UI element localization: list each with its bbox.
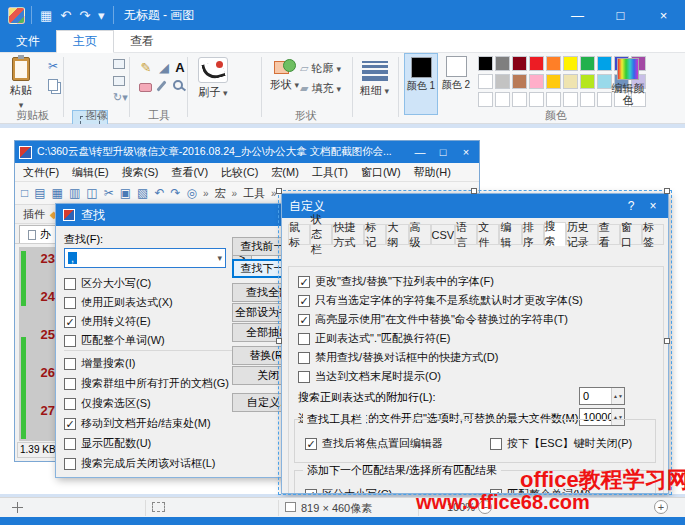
combo-dropdown-icon[interactable]: ▾ xyxy=(217,253,222,263)
checkbox-option[interactable]: ✓只有当选定字体的字符集不是系统默认时才更改字体(S) xyxy=(298,293,583,308)
cut-icon[interactable]: ✂ xyxy=(48,59,58,73)
color-picker-icon[interactable] xyxy=(156,80,166,91)
close-button[interactable]: × xyxy=(642,0,685,30)
customize-tab[interactable]: 搜索 xyxy=(544,222,566,246)
spinner-arrows-icon[interactable]: ▲▼ xyxy=(611,388,624,404)
shapes-button[interactable]: 形状 ▾ xyxy=(270,59,299,92)
paste-icon[interactable]: ▧ xyxy=(137,186,148,200)
editor-menu-item[interactable]: 帮助(H) xyxy=(414,165,451,180)
palette-swatch-empty[interactable] xyxy=(546,92,561,107)
new-file-icon[interactable]: □ xyxy=(21,186,28,200)
customize-tab[interactable]: 高级 xyxy=(409,224,431,245)
editor-menu-item[interactable]: 查看(V) xyxy=(171,165,208,180)
editor-minimize-button[interactable]: — xyxy=(411,146,429,158)
tab-view[interactable]: 查看 xyxy=(114,30,170,52)
palette-swatch[interactable] xyxy=(512,56,527,71)
print-preview-icon[interactable]: ◫ xyxy=(86,186,97,200)
plugin-label[interactable]: 插件 xyxy=(23,207,45,222)
selection-handle[interactable] xyxy=(276,188,282,194)
copy-icon[interactable] xyxy=(48,79,58,91)
customize-tab[interactable]: 文件 xyxy=(477,224,499,245)
checkbox-option[interactable]: 当达到文档末尾时提示(O) xyxy=(298,369,441,384)
find-icon[interactable]: ◎ xyxy=(187,186,197,200)
checkbox-option[interactable]: 搜索完成后关闭该对话框(L) xyxy=(64,456,215,471)
checkbox-option[interactable]: 增量搜索(I) xyxy=(64,356,135,371)
customize-tab[interactable]: 状态栏 xyxy=(310,224,332,245)
text-tool-icon[interactable]: A xyxy=(172,59,188,75)
customize-help-button[interactable]: ? xyxy=(623,199,639,213)
customize-tab[interactable]: 大纲 xyxy=(386,224,408,245)
find-what-combobox[interactable]: , ▾ xyxy=(64,248,226,268)
customize-tab[interactable]: 快捷方式 xyxy=(332,224,364,245)
editor-menu-item[interactable]: 编辑(E) xyxy=(72,165,109,180)
undo-icon[interactable]: ↶ xyxy=(60,9,71,22)
customize-close-button[interactable]: × xyxy=(645,199,661,213)
palette-swatch[interactable] xyxy=(495,56,510,71)
save-icon[interactable]: ▦ xyxy=(52,186,63,200)
toolbar-overflow-icon[interactable]: » xyxy=(232,188,238,199)
palette-swatch-empty[interactable] xyxy=(495,92,510,107)
checkbox-option[interactable]: 正则表达式"."匹配换行符(E) xyxy=(298,331,451,346)
checkbox-option[interactable]: 禁用查找/替换对话框中的快捷方式(D) xyxy=(298,350,498,365)
palette-swatch[interactable] xyxy=(529,56,544,71)
crop-icon[interactable] xyxy=(113,59,125,69)
palette-swatch-empty[interactable] xyxy=(478,92,493,107)
editor-menu-item[interactable]: 搜索(S) xyxy=(122,165,159,180)
editor-close-button[interactable]: × xyxy=(457,146,475,158)
palette-swatch-empty[interactable] xyxy=(580,92,595,107)
rotate-icon[interactable]: ↻▾ xyxy=(113,91,128,104)
undo-icon[interactable]: ↶ xyxy=(154,186,164,200)
customize-tab[interactable]: 标记 xyxy=(364,224,386,245)
tab-home[interactable]: 主页 xyxy=(56,30,114,53)
palette-swatch[interactable] xyxy=(478,74,493,89)
customize-tab[interactable]: 语言 xyxy=(455,224,477,245)
customize-tab[interactable]: 排序 xyxy=(522,224,544,245)
tools-toolbar-label[interactable]: 工具 xyxy=(243,186,265,201)
editor-menu-item[interactable]: 工具(T) xyxy=(312,165,348,180)
selection-handle[interactable] xyxy=(664,338,670,344)
edit-colors-button[interactable]: 编辑颜色 xyxy=(608,58,648,106)
palette-swatch[interactable] xyxy=(512,74,527,89)
checkbox-option[interactable]: ✓使用转义符(E) xyxy=(64,314,151,329)
resize-icon[interactable] xyxy=(113,76,125,86)
print-icon[interactable]: ▥ xyxy=(69,186,80,200)
color1-button[interactable]: 颜色 1 xyxy=(404,53,438,115)
outline-button[interactable]: ▱ 轮廓 ▾ xyxy=(300,61,341,76)
palette-swatch[interactable] xyxy=(580,74,595,89)
redo-icon[interactable]: ↷ xyxy=(79,9,90,22)
customize-tab[interactable]: 历史记录 xyxy=(566,224,598,245)
checkbox-option[interactable]: 搜索群组中所有打开的文档(G) xyxy=(64,376,229,391)
customize-tab[interactable]: 窗口 xyxy=(620,224,642,245)
size-button[interactable]: 粗细 ▾ xyxy=(360,61,389,98)
editor-menu-item[interactable]: 文件(F) xyxy=(23,165,59,180)
checkbox-option[interactable]: 区分大小写(C) xyxy=(64,276,151,291)
checkbox-option[interactable]: 仅搜索选区(S) xyxy=(64,396,151,411)
checkbox-option[interactable]: 显示匹配数(U) xyxy=(64,436,151,451)
editor-menu-item[interactable]: 宏(M) xyxy=(271,165,299,180)
color2-button[interactable]: 颜色 2 xyxy=(440,53,472,115)
selection-handle[interactable] xyxy=(471,188,477,194)
cut-icon[interactable]: ✂ xyxy=(104,186,114,200)
editor-menu-item[interactable]: 窗口(W) xyxy=(361,165,401,180)
checkbox-option[interactable]: ✓更改"查找/替换"下拉列表中的字体(F) xyxy=(298,274,494,289)
palette-swatch[interactable] xyxy=(580,56,595,71)
palette-swatch[interactable] xyxy=(529,74,544,89)
copy-icon[interactable]: ▣ xyxy=(120,186,131,200)
qat-more-icon[interactable]: ▾ xyxy=(98,9,105,22)
open-file-icon[interactable]: ▤ xyxy=(34,186,45,200)
toolbar-overflow-icon[interactable]: » xyxy=(203,188,209,199)
palette-swatch-empty[interactable] xyxy=(512,92,527,107)
palette-swatch[interactable] xyxy=(563,74,578,89)
palette-swatch-empty[interactable] xyxy=(563,92,578,107)
macro-toolbar-label[interactable]: 宏 xyxy=(215,186,226,201)
customize-tab[interactable]: CSV xyxy=(431,224,456,245)
maximize-button[interactable]: □ xyxy=(599,0,642,30)
fill-bucket-icon[interactable]: ◢ xyxy=(156,59,172,75)
checkbox-option[interactable]: ✓区分大小写(C) xyxy=(305,487,392,494)
redo-icon[interactable]: ↷ xyxy=(170,186,180,200)
checkbox-option[interactable]: ✓移动到文档开始/结束处(M) xyxy=(64,416,211,431)
file-tab[interactable]: 办 xyxy=(19,225,60,243)
customize-tab[interactable]: 鼠标 xyxy=(288,224,310,245)
palette-swatch-empty[interactable] xyxy=(529,92,544,107)
minimize-button[interactable]: — xyxy=(556,0,599,30)
